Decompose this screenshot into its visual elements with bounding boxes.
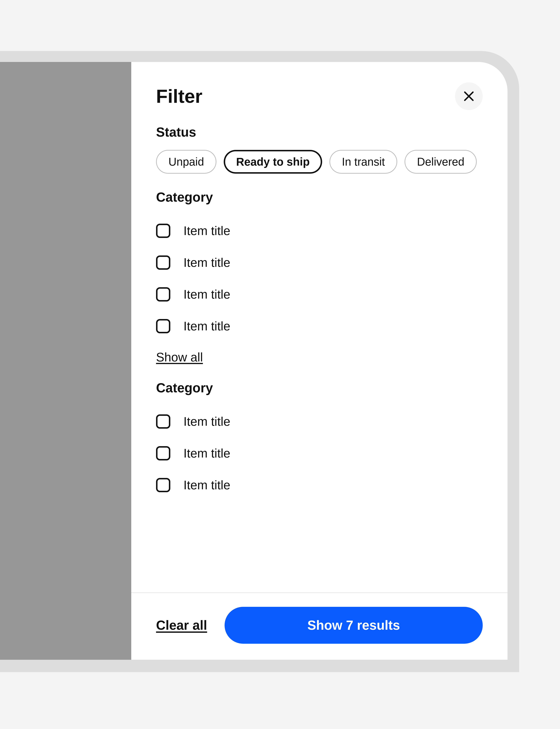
close-icon <box>463 90 475 102</box>
clear-all-link[interactable]: Clear all <box>156 618 207 633</box>
category-heading: Category <box>156 380 507 395</box>
status-chip-delivered[interactable]: Delivered <box>405 150 477 174</box>
status-chip-in-transit[interactable]: In transit <box>329 150 397 174</box>
status-chip-row: Unpaid Ready to ship In transit Delivere… <box>156 150 507 174</box>
close-button[interactable] <box>455 82 483 110</box>
checkbox-icon <box>156 319 170 333</box>
status-heading: Status <box>156 125 507 140</box>
filter-sheet: Filter Status Unpaid Ready to ship In tr… <box>131 62 507 660</box>
category-item[interactable]: Item title <box>156 437 507 469</box>
sheet-title: Filter <box>156 85 202 107</box>
show-all-link[interactable]: Show all <box>156 350 203 364</box>
checkbox-icon <box>156 414 170 429</box>
category-item[interactable]: Item title <box>156 469 507 501</box>
category-item[interactable]: Item title <box>156 247 507 279</box>
category-item[interactable]: Item title <box>156 279 507 310</box>
category-item-label: Item title <box>183 224 230 238</box>
checkbox-icon <box>156 224 170 238</box>
app-stage: Filter Status Unpaid Ready to ship In tr… <box>0 0 560 729</box>
modal-scrim <box>0 62 131 660</box>
show-results-button[interactable]: Show 7 results <box>225 607 483 644</box>
category-item-label: Item title <box>183 478 230 492</box>
category-item-label: Item title <box>183 256 230 270</box>
category-list: Item title Item title Item title <box>156 405 507 501</box>
category-item[interactable]: Item title <box>156 310 507 342</box>
category-item[interactable]: Item title <box>156 215 507 247</box>
status-chip-ready-to-ship[interactable]: Ready to ship <box>224 150 322 174</box>
category-item-label: Item title <box>183 446 230 460</box>
category-list: Item title Item title Item title Item ti… <box>156 215 507 342</box>
sheet-body: Status Unpaid Ready to ship In transit D… <box>131 119 507 592</box>
category-item-label: Item title <box>183 319 230 333</box>
sheet-footer: Clear all Show 7 results <box>131 592 507 660</box>
category-item[interactable]: Item title <box>156 405 507 437</box>
checkbox-icon <box>156 287 170 302</box>
checkbox-icon <box>156 446 170 460</box>
status-chip-unpaid[interactable]: Unpaid <box>156 150 216 174</box>
checkbox-icon <box>156 478 170 492</box>
category-item-label: Item title <box>183 414 230 429</box>
sheet-header: Filter <box>131 62 507 119</box>
category-heading: Category <box>156 190 507 205</box>
checkbox-icon <box>156 256 170 270</box>
category-item-label: Item title <box>183 287 230 302</box>
